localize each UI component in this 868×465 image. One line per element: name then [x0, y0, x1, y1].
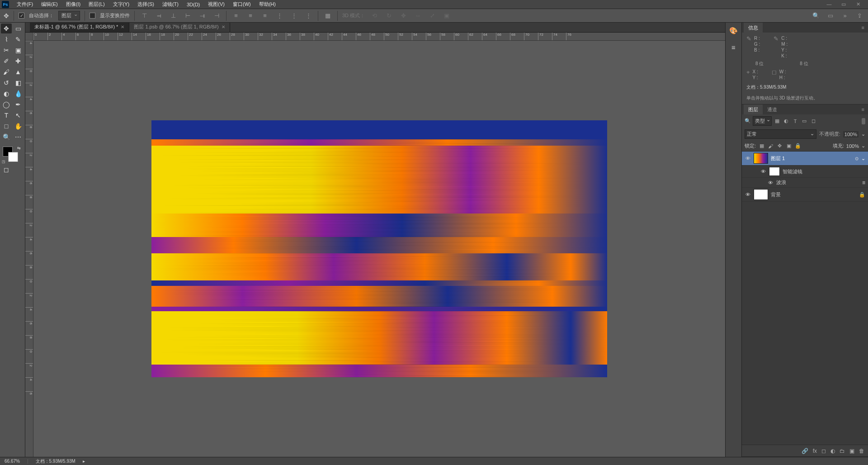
document-tab-active[interactable]: 未标题-1 @ 66.7% (图层 1, RGB/8#) * ✕: [30, 22, 129, 32]
layer-mask-icon[interactable]: ◻: [821, 448, 826, 454]
panel-menu-icon[interactable]: ≡: [860, 25, 866, 30]
new-layer-icon[interactable]: ▣: [849, 448, 854, 454]
window-restore-icon[interactable]: ▭: [839, 1, 848, 7]
menu-edit[interactable]: 编辑(E): [37, 1, 62, 8]
menu-image[interactable]: 图像(I): [62, 1, 85, 8]
window-minimize-icon[interactable]: —: [825, 1, 834, 7]
pen-tool[interactable]: ✒: [13, 100, 24, 109]
lock-all-icon[interactable]: 🔒: [794, 142, 801, 149]
path-select-tool[interactable]: ↖: [13, 110, 24, 120]
filter-blend-options-icon[interactable]: ≡: [862, 180, 865, 186]
default-colors-icon[interactable]: ◳: [2, 160, 5, 164]
align-hcenter-icon[interactable]: ⫣: [197, 11, 207, 21]
eyedropper-tool[interactable]: ✐: [1, 56, 12, 66]
align-top-icon[interactable]: ⊤: [139, 11, 149, 21]
ruler-vertical[interactable]: 42024680246802468024680246: [25, 41, 33, 457]
blur-tool[interactable]: 💧: [13, 89, 24, 99]
auto-align-icon[interactable]: ▦: [323, 11, 333, 21]
menu-select[interactable]: 选择(S): [133, 1, 158, 8]
brush-tool[interactable]: 🖌: [1, 67, 12, 77]
stamp-tool[interactable]: ▲: [13, 67, 24, 77]
dist-hcenter-icon[interactable]: ⋮: [289, 11, 299, 21]
lasso-tool[interactable]: ⌇: [1, 34, 12, 44]
align-right-icon[interactable]: ⊣: [212, 11, 222, 21]
layer-thumbnail[interactable]: [754, 153, 768, 164]
filter-adjust-icon[interactable]: ◐: [783, 118, 790, 125]
foreground-background-colors[interactable]: ⇆ ◳: [1, 146, 23, 164]
quick-select-tool[interactable]: ✎: [13, 34, 24, 44]
fill-value[interactable]: 100%: [846, 143, 859, 149]
type-tool[interactable]: T: [1, 110, 12, 120]
link-layers-icon[interactable]: 🔗: [802, 448, 808, 454]
visibility-icon[interactable]: 👁: [745, 192, 751, 197]
dist-right-icon[interactable]: ⋮: [303, 11, 313, 21]
menu-view[interactable]: 视图(V): [204, 1, 229, 8]
menu-3d[interactable]: 3D(D): [183, 2, 204, 7]
filter-smart-icon[interactable]: ◻: [810, 118, 817, 125]
eraser-tool[interactable]: ◧: [13, 78, 24, 88]
window-close-icon[interactable]: ✕: [854, 1, 863, 7]
gradient-tool[interactable]: ◐: [1, 89, 12, 99]
layer-thumbnail[interactable]: [754, 189, 768, 200]
move-tool[interactable]: ✥: [1, 24, 12, 33]
expand-panels-icon[interactable]: »: [840, 11, 850, 21]
close-tab-icon[interactable]: ✕: [121, 24, 124, 29]
align-vcenter-icon[interactable]: ⫤: [154, 11, 164, 21]
close-tab-icon[interactable]: ✕: [222, 24, 225, 29]
zoom-tool[interactable]: 🔍: [1, 132, 12, 142]
lock-icon[interactable]: 🔒: [859, 192, 865, 198]
adjustments-panel-icon[interactable]: ≡: [728, 42, 739, 52]
menu-type[interactable]: 文字(Y): [109, 1, 134, 8]
filter-name[interactable]: 波浪: [776, 179, 786, 186]
filter-mask-thumbnail[interactable]: [769, 167, 780, 176]
dist-bottom-icon[interactable]: ≡: [260, 11, 270, 21]
filter-toggle[interactable]: [862, 118, 865, 124]
hand-tool[interactable]: ✋: [13, 121, 24, 131]
canvas-area[interactable]: [33, 41, 725, 457]
history-brush-tool[interactable]: ↺: [1, 78, 12, 88]
auto-select-target-dropdown[interactable]: 图层: [58, 11, 80, 20]
smart-filters-group[interactable]: 👁 智能滤镜: [742, 166, 868, 178]
blend-mode-dropdown[interactable]: 正常: [745, 129, 816, 139]
crop-tool[interactable]: ✂: [1, 45, 12, 55]
tab-channels[interactable]: 通道: [763, 104, 782, 115]
zoom-level[interactable]: 66.67%: [5, 459, 20, 464]
swap-colors-icon[interactable]: ⇆: [17, 146, 21, 150]
dist-top-icon[interactable]: ≡: [231, 11, 241, 21]
background-color[interactable]: [8, 152, 18, 162]
doc-size[interactable]: 文档：5.93M/5.93M: [36, 458, 75, 465]
ruler-origin[interactable]: [25, 33, 33, 41]
menu-filter[interactable]: 滤镜(T): [158, 1, 183, 8]
delete-layer-icon[interactable]: 🗑: [859, 448, 864, 454]
show-transform-checkbox[interactable]: [90, 13, 95, 19]
layer-style-icon[interactable]: fx: [813, 448, 817, 454]
panel-menu-icon[interactable]: ≡: [860, 107, 866, 112]
visibility-icon[interactable]: 👁: [767, 180, 774, 185]
visibility-icon[interactable]: 👁: [760, 169, 766, 174]
lock-position-icon[interactable]: ✥: [776, 142, 783, 149]
chevron-down-icon[interactable]: ⌄: [861, 131, 865, 137]
lock-pixels-icon[interactable]: 🖌: [767, 142, 774, 149]
align-left-icon[interactable]: ⊢: [183, 11, 193, 21]
chevron-down-icon[interactable]: ⌄: [861, 156, 865, 161]
menu-layer[interactable]: 图层(L): [85, 1, 108, 8]
layer-name[interactable]: 背景: [771, 191, 781, 198]
filter-shape-icon[interactable]: ▭: [801, 118, 808, 125]
group-icon[interactable]: 🗀: [840, 448, 845, 454]
lock-transparent-icon[interactable]: ▦: [758, 142, 765, 149]
auto-select-checkbox[interactable]: [19, 13, 24, 19]
layer-item[interactable]: 👁 图层 1 ⊙ ⌄: [742, 152, 868, 166]
opacity-value[interactable]: 100%: [843, 131, 859, 138]
dodge-tool[interactable]: ◯: [1, 100, 12, 109]
search-icon[interactable]: 🔍: [811, 11, 821, 21]
frame-tool[interactable]: ▣: [13, 45, 24, 55]
adjustment-layer-icon[interactable]: ◐: [830, 448, 835, 454]
filter-search-icon[interactable]: 🔍: [745, 118, 751, 124]
edit-toolbar[interactable]: ⋯: [13, 132, 24, 142]
dist-left-icon[interactable]: ⋮: [274, 11, 284, 21]
lock-artboard-icon[interactable]: ▣: [785, 142, 792, 149]
tab-layers[interactable]: 图层: [744, 104, 763, 115]
tab-info[interactable]: 信息: [744, 23, 763, 33]
layer-name[interactable]: 图层 1: [771, 155, 785, 162]
move-tool-icon[interactable]: ✥: [4, 12, 9, 19]
